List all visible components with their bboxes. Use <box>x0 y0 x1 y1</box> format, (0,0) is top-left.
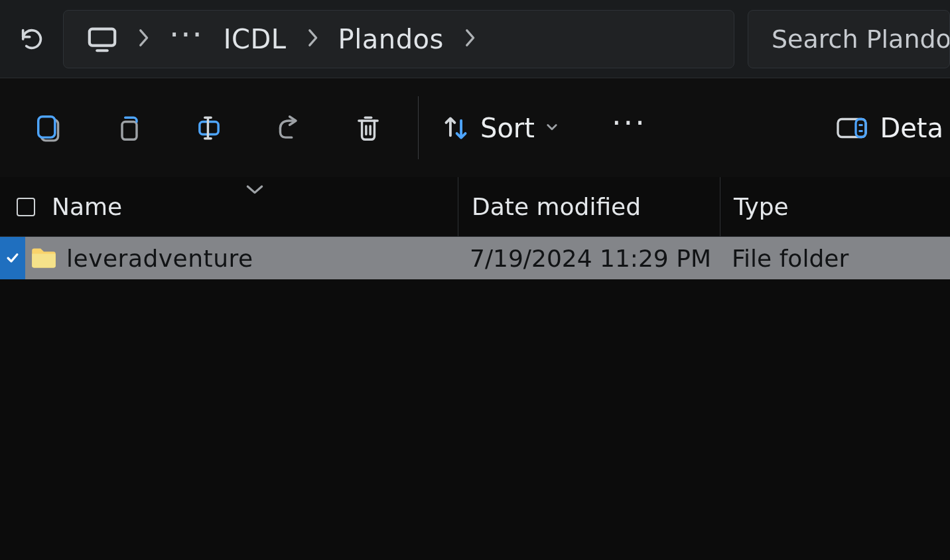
svg-rect-3 <box>122 121 137 139</box>
column-date-header[interactable]: Date modified <box>458 177 720 236</box>
sort-icon <box>442 114 470 142</box>
copy-icon <box>115 113 144 143</box>
sort-button[interactable]: Sort <box>429 113 572 143</box>
svg-rect-2 <box>38 116 55 137</box>
breadcrumb-current[interactable]: Plandos <box>338 24 444 54</box>
search-placeholder: Search Plandos <box>772 25 950 54</box>
file-row[interactable]: leveradventure 7/19/2024 11:29 PM File f… <box>0 237 950 279</box>
column-date-label: Date modified <box>472 193 641 220</box>
copy-button[interactable] <box>90 95 169 161</box>
toolbar-more-button[interactable]: ··· <box>612 116 647 140</box>
this-pc-icon[interactable] <box>87 26 117 52</box>
breadcrumb-bar[interactable]: ··· ICDL Plandos <box>63 10 734 68</box>
column-type-label: Type <box>734 193 789 220</box>
svg-rect-0 <box>90 29 115 45</box>
sort-indicator-icon <box>244 175 265 202</box>
toolbar: Sort ··· Deta <box>0 78 950 177</box>
breadcrumb-chevron[interactable] <box>137 26 149 52</box>
folder-icon <box>27 245 61 271</box>
refresh-icon <box>19 26 45 52</box>
rename-icon <box>194 113 224 143</box>
check-icon <box>5 251 20 265</box>
column-name-label: Name <box>52 193 122 220</box>
search-input[interactable]: Search Plandos <box>748 10 950 68</box>
svg-rect-6 <box>856 119 866 137</box>
column-headers: Name Date modified Type <box>0 177 950 237</box>
view-details-icon <box>836 116 868 140</box>
breadcrumb-chevron[interactable] <box>464 26 476 52</box>
refresh-button[interactable] <box>0 0 63 78</box>
view-button[interactable]: Deta <box>836 113 950 143</box>
cut-icon <box>35 113 64 143</box>
column-type-header[interactable]: Type <box>720 177 950 236</box>
chevron-down-icon <box>545 120 559 136</box>
view-label: Deta <box>880 113 943 143</box>
breadcrumb-overflow[interactable]: ··· <box>169 28 204 50</box>
delete-button[interactable] <box>328 95 408 161</box>
breadcrumb-parent[interactable]: ICDL <box>224 24 287 54</box>
svg-rect-5 <box>838 119 866 137</box>
cut-button[interactable] <box>10 95 90 161</box>
toolbar-divider <box>418 96 419 159</box>
column-name-header[interactable]: Name <box>52 177 458 236</box>
rename-button[interactable] <box>169 95 249 161</box>
trash-icon <box>354 113 383 143</box>
row-date: 7/19/2024 11:29 PM <box>456 245 718 272</box>
row-type: File folder <box>718 245 950 272</box>
row-name: leveradventure <box>61 245 456 272</box>
select-all-checkbox[interactable] <box>17 198 35 216</box>
row-checkbox[interactable] <box>0 237 25 279</box>
sort-label: Sort <box>480 113 535 143</box>
breadcrumb-chevron[interactable] <box>306 26 318 52</box>
share-button[interactable] <box>249 95 328 161</box>
share-icon <box>274 113 303 143</box>
